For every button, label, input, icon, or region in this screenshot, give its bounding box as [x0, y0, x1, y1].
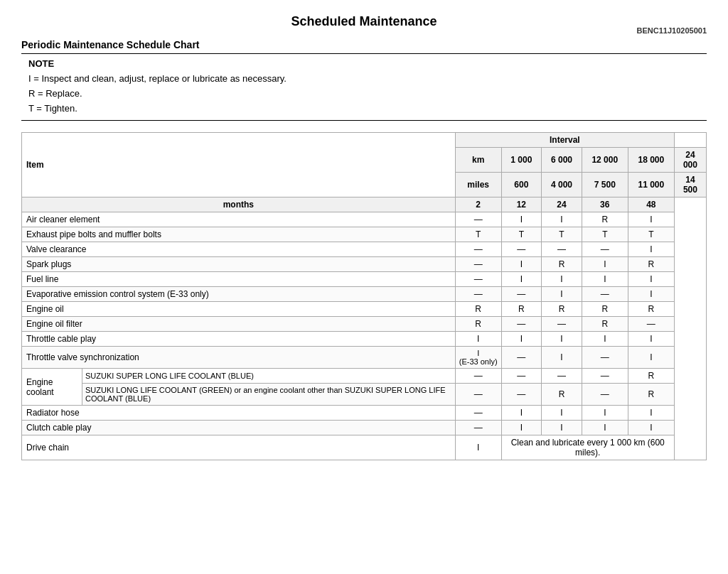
note-line-1: I = Inspect and clean, adjust, replace o… — [28, 72, 700, 87]
special-note: Clean and lubricate every 1 000 km (600 … — [501, 435, 674, 460]
cell-value: — — [542, 369, 582, 384]
cell-value: I — [542, 347, 582, 369]
note-label: NOTE — [28, 58, 700, 69]
cell-value: — — [582, 384, 628, 406]
cell-value: T — [582, 227, 628, 242]
cell-value: R — [542, 257, 582, 272]
cell-value: — — [455, 212, 501, 227]
page-title: Scheduled Maintenance — [21, 14, 707, 29]
col2-miles: 4 000 — [542, 173, 582, 197]
cell-value: — — [455, 272, 501, 287]
cell-value: I — [628, 242, 674, 257]
cell-value: — — [455, 287, 501, 302]
cell-value: I — [628, 212, 674, 227]
cell-value: I — [501, 332, 542, 347]
row-item: Drive chain — [22, 435, 456, 460]
cell-value: — — [455, 369, 501, 384]
cell-value: I — [542, 421, 582, 435]
row-item: Evaporative emission control system (E-3… — [22, 287, 456, 302]
cell-value: I — [628, 287, 674, 302]
cell-value: I — [628, 347, 674, 369]
cell-value: R — [628, 302, 674, 317]
row-item: Radiator hose — [22, 406, 456, 421]
cell-value: — — [455, 421, 501, 435]
cell-value: — — [501, 287, 542, 302]
cell-value: R — [628, 384, 674, 406]
cell-value: — — [455, 384, 501, 406]
col4-km: 18 000 — [628, 148, 674, 173]
cell-value: I — [628, 406, 674, 421]
row-item: Throttle cable play — [22, 332, 456, 347]
cell-value: T — [628, 227, 674, 242]
cell-value: — — [501, 317, 542, 332]
cell-value: — — [542, 317, 582, 332]
cell-value: I — [501, 406, 542, 421]
col4-miles: 11 000 — [628, 173, 674, 197]
interval-header: Interval — [455, 133, 674, 148]
cell-value: I — [501, 212, 542, 227]
note-block: NOTE I = Inspect and clean, adjust, repl… — [21, 53, 707, 121]
col1-miles: 600 — [501, 173, 542, 197]
cell-value: I — [542, 406, 582, 421]
cell-value: I — [542, 212, 582, 227]
col3-months: 24 — [542, 197, 582, 212]
cell-value: — — [455, 406, 501, 421]
cell-value: — — [501, 369, 542, 384]
row-item: Spark plugs — [22, 257, 456, 272]
col5-miles: 14 500 — [674, 173, 706, 197]
cell-value: R — [628, 369, 674, 384]
subitem-label: SUZUKI LONG LIFE COOLANT (GREEN) or an e… — [82, 384, 455, 406]
cell-value: — — [582, 287, 628, 302]
cell-value: R — [582, 317, 628, 332]
row-item: Fuel line — [22, 272, 456, 287]
cell-value: R — [542, 302, 582, 317]
subitem-label: SUZUKI SUPER LONG LIFE COOLANT (BLUE) — [82, 369, 455, 384]
cell-value: R — [455, 317, 501, 332]
cell-value: I (E-33 only) — [455, 347, 501, 369]
row-item: Engine oil filter — [22, 317, 456, 332]
col5-months: 48 — [628, 197, 674, 212]
col2-months: 12 — [501, 197, 542, 212]
cell-value: R — [542, 384, 582, 406]
note-line-3: T = Tighten. — [28, 102, 700, 117]
cell-value: — — [501, 384, 542, 406]
cell-value: R — [582, 212, 628, 227]
cell-value: I — [542, 287, 582, 302]
col2-km: 6 000 — [542, 148, 582, 173]
cell-value: I — [501, 421, 542, 435]
cell-value: I — [628, 421, 674, 435]
cell-value: I — [582, 257, 628, 272]
cell-value: I — [542, 332, 582, 347]
maintenance-table: Item Interval km 1 000 6 000 12 000 18 0… — [21, 132, 707, 460]
cell-value: I — [582, 406, 628, 421]
cell-value: R — [628, 257, 674, 272]
cell-value: T — [501, 227, 542, 242]
cell-value: I — [628, 332, 674, 347]
row-item: Throttle valve synchronization — [22, 347, 456, 369]
cell-value: I — [501, 272, 542, 287]
col3-miles: 7 500 — [582, 173, 628, 197]
cell-value: R — [582, 302, 628, 317]
row-item: Engine coolant — [22, 369, 82, 406]
cell-value: I — [582, 332, 628, 347]
col4-months: 36 — [582, 197, 628, 212]
row-item: Air cleaner element — [22, 212, 456, 227]
km-header: km — [455, 148, 501, 173]
col1-months: 2 — [455, 197, 501, 212]
cell-value: — — [501, 347, 542, 369]
cell-value: I — [628, 272, 674, 287]
col1-km: 1 000 — [501, 148, 542, 173]
cell-value: — — [455, 257, 501, 272]
cell-value: — — [582, 369, 628, 384]
cell-value: R — [455, 302, 501, 317]
row-item: Exhaust pipe bolts and muffler bolts — [22, 227, 456, 242]
cell-value: I — [582, 421, 628, 435]
miles-header: miles — [455, 173, 501, 197]
cell-value: I — [455, 332, 501, 347]
cell-value: I — [455, 435, 501, 460]
cell-value: I — [501, 257, 542, 272]
section-title: Periodic Maintenance Schedule Chart BENC… — [21, 39, 707, 50]
cell-value: — — [542, 242, 582, 257]
cell-value: — — [582, 242, 628, 257]
row-item: Engine oil — [22, 302, 456, 317]
